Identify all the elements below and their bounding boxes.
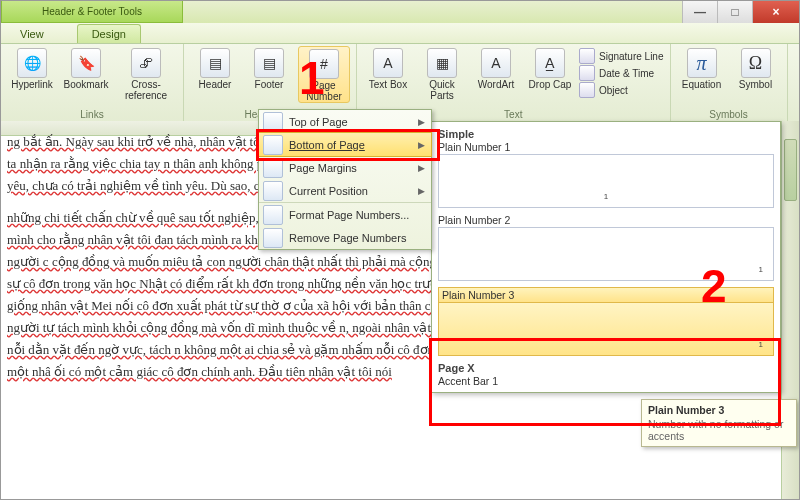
date-time-button[interactable]: Date & Time xyxy=(579,65,664,81)
menu-format-page-numbers[interactable]: Format Page Numbers... xyxy=(259,202,431,226)
omega-icon: Ω xyxy=(741,48,771,78)
object-button[interactable]: Object xyxy=(579,82,664,98)
tooltip: Plain Number 3 Number with no formatting… xyxy=(641,399,797,447)
format-icon xyxy=(263,205,283,225)
signature-line-button[interactable]: Signature Line xyxy=(579,48,664,64)
chevron-right-icon: ▶ xyxy=(418,117,425,127)
group-links: 🌐Hyperlink 🔖Bookmark 🖇Cross-reference Li… xyxy=(1,44,184,122)
wordart-icon: A xyxy=(481,48,511,78)
page-bottom-icon xyxy=(263,135,283,155)
chevron-right-icon: ▶ xyxy=(418,140,425,150)
group-symbols: πEquation ΩSymbol Symbols xyxy=(671,44,788,122)
gallery-section-header: Page X xyxy=(438,362,774,374)
object-icon xyxy=(579,82,595,98)
scrollbar-thumb[interactable] xyxy=(784,139,797,201)
pi-icon: π xyxy=(687,48,717,78)
bookmark-button[interactable]: 🔖Bookmark xyxy=(61,46,111,90)
dropcap-icon: A̲ xyxy=(535,48,565,78)
titlebar: Header & Footer Tools — □ × xyxy=(1,1,799,23)
footer-icon: ▤ xyxy=(254,48,284,78)
remove-icon xyxy=(263,228,283,248)
gallery-item-accent-1[interactable]: Accent Bar 1 xyxy=(438,375,774,387)
header-button[interactable]: ▤Header xyxy=(190,46,240,90)
tooltip-title: Plain Number 3 xyxy=(648,404,790,416)
hyperlink-button[interactable]: 🌐Hyperlink xyxy=(7,46,57,90)
equation-button[interactable]: πEquation xyxy=(677,46,727,90)
signature-icon xyxy=(579,48,595,64)
minimize-button[interactable]: — xyxy=(682,1,717,23)
page-number-menu: Top of Page▶ Bottom of Page▶ Page Margin… xyxy=(258,109,432,250)
tab-view[interactable]: View xyxy=(5,24,59,43)
symbol-button[interactable]: ΩSymbol xyxy=(731,46,781,90)
quickparts-icon: ▦ xyxy=(427,48,457,78)
chevron-right-icon: ▶ xyxy=(418,163,425,173)
tab-design[interactable]: Design xyxy=(77,24,141,43)
header-icon: ▤ xyxy=(200,48,230,78)
dropcap-button[interactable]: A̲Drop Cap xyxy=(525,46,575,90)
menu-top-of-page[interactable]: Top of Page▶ xyxy=(259,110,431,133)
menu-bottom-of-page[interactable]: Bottom of Page▶ xyxy=(258,132,432,157)
crossref-icon: 🖇 xyxy=(131,48,161,78)
gallery-preview: 1 xyxy=(438,302,774,356)
current-position-icon xyxy=(263,181,283,201)
page-top-icon xyxy=(263,112,283,132)
gallery-item-plain-2[interactable]: Plain Number 2 1 xyxy=(438,214,774,281)
textbox-icon: A xyxy=(373,48,403,78)
gallery-preview: 1 xyxy=(438,227,774,281)
ribbon-tabs: View Design xyxy=(1,23,799,44)
chevron-right-icon: ▶ xyxy=(418,186,425,196)
window-buttons: — □ × xyxy=(682,1,799,23)
page-number-gallery: Simple Plain Number 1 1 Plain Number 2 1… xyxy=(431,121,781,393)
footer-button[interactable]: ▤Footer xyxy=(244,46,294,90)
close-button[interactable]: × xyxy=(752,1,799,23)
page-margins-icon xyxy=(263,158,283,178)
gallery-item-plain-3[interactable]: Plain Number 3 1 xyxy=(438,287,774,356)
gallery-preview: 1 xyxy=(438,154,774,208)
menu-page-margins[interactable]: Page Margins▶ xyxy=(259,156,431,179)
cross-reference-button[interactable]: 🖇Cross-reference xyxy=(115,46,177,101)
context-tab-header: Header & Footer Tools xyxy=(1,1,183,23)
group-label: Links xyxy=(7,108,177,120)
context-group-label: Header & Footer Tools xyxy=(42,6,142,17)
gallery-item-plain-1[interactable]: Plain Number 1 1 xyxy=(438,141,774,208)
tooltip-description: Number with no formatting or accents xyxy=(648,418,790,442)
globe-icon: 🌐 xyxy=(17,48,47,78)
menu-current-position[interactable]: Current Position▶ xyxy=(259,179,431,202)
menu-remove-page-numbers[interactable]: Remove Page Numbers xyxy=(259,226,431,249)
bookmark-icon: 🔖 xyxy=(71,48,101,78)
pagenum-icon: # xyxy=(309,49,339,79)
page-number-button[interactable]: #Page Number xyxy=(298,46,350,103)
group-label: Symbols xyxy=(677,108,781,120)
maximize-button[interactable]: □ xyxy=(717,1,752,23)
textbox-button[interactable]: AText Box xyxy=(363,46,413,90)
datetime-icon xyxy=(579,65,595,81)
wordart-button[interactable]: AWordArt xyxy=(471,46,521,90)
gallery-section-header: Simple xyxy=(438,128,774,140)
quickparts-button[interactable]: ▦Quick Parts xyxy=(417,46,467,101)
